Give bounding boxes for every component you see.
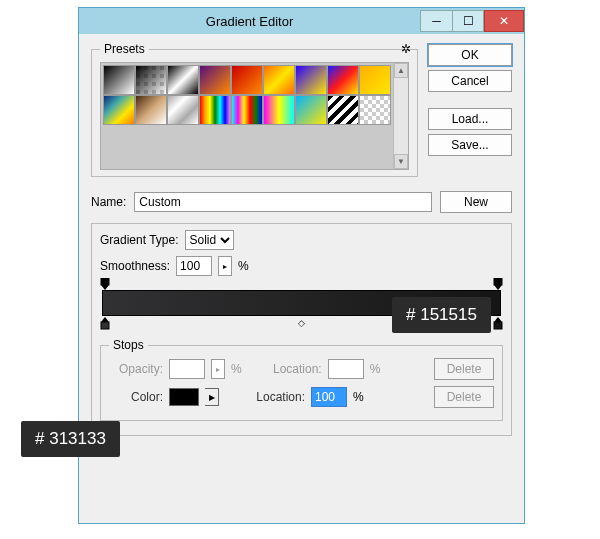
presets-fieldset: Presets ✲: [91, 42, 418, 177]
tooltip-left-stop: # 313133: [21, 421, 120, 457]
svg-rect-0: [101, 278, 109, 285]
preset-swatch[interactable]: [135, 65, 167, 95]
dialog-content: Presets ✲: [79, 34, 524, 456]
delete-color-button: Delete: [434, 386, 494, 408]
preset-swatch[interactable]: [327, 95, 359, 125]
preset-swatch[interactable]: [167, 95, 199, 125]
scroll-up-icon[interactable]: ▲: [394, 63, 408, 78]
smoothness-label: Smoothness:: [100, 259, 170, 273]
color-swatch[interactable]: [169, 388, 199, 406]
color-picker-button[interactable]: ▶: [205, 388, 219, 406]
svg-rect-7: [494, 322, 502, 329]
percent-label: %: [370, 362, 381, 376]
location-input-1: [328, 359, 364, 379]
location-label-1: Location:: [268, 362, 322, 376]
presets-legend: Presets: [100, 42, 149, 56]
location-label-2: Location:: [251, 390, 305, 404]
preset-swatch[interactable]: [167, 65, 199, 95]
load-button[interactable]: Load...: [428, 108, 512, 130]
minimize-button[interactable]: ─: [420, 10, 452, 32]
preset-swatch[interactable]: [327, 65, 359, 95]
preset-swatch[interactable]: [135, 95, 167, 125]
preset-swatch[interactable]: [295, 95, 327, 125]
svg-rect-2: [494, 278, 502, 285]
gear-icon[interactable]: ✲: [401, 42, 411, 56]
window-controls: ─ ☐ ✕: [420, 11, 524, 32]
presets-scrollbar[interactable]: ▲ ▼: [393, 63, 408, 169]
svg-marker-3: [494, 285, 502, 290]
percent-label: %: [238, 259, 249, 273]
gradient-editor-window: Gradient Editor ─ ☐ ✕ Presets ✲: [78, 7, 525, 524]
tooltip-right-stop: # 151515: [392, 297, 491, 333]
presets-scroll: ▲ ▼: [100, 62, 409, 170]
preset-swatch[interactable]: [231, 95, 263, 125]
stops-fieldset: Stops Opacity: ▸ % Location: % Delete Co…: [100, 338, 503, 421]
name-label: Name:: [91, 195, 126, 209]
preset-swatch[interactable]: [295, 65, 327, 95]
opacity-stop-right[interactable]: [493, 278, 503, 290]
ok-button[interactable]: OK: [428, 44, 512, 66]
midpoint-icon[interactable]: ◇: [298, 318, 305, 328]
color-stop-right[interactable]: [493, 317, 503, 329]
close-button[interactable]: ✕: [484, 10, 524, 32]
preset-swatch[interactable]: [359, 65, 391, 95]
preset-swatch[interactable]: [103, 95, 135, 125]
preset-grid: [101, 63, 393, 169]
gradient-type-select[interactable]: Solid: [185, 230, 234, 250]
delete-opacity-button: Delete: [434, 358, 494, 380]
scroll-track[interactable]: [394, 78, 408, 154]
preset-swatch[interactable]: [359, 95, 391, 125]
button-column: OK Cancel Load... Save...: [428, 42, 512, 185]
opacity-label: Opacity:: [109, 362, 163, 376]
new-button[interactable]: New: [440, 191, 512, 213]
svg-marker-4: [101, 317, 109, 322]
location-input-2[interactable]: [311, 387, 347, 407]
preset-swatch[interactable]: [263, 65, 295, 95]
stops-legend: Stops: [109, 338, 148, 352]
cancel-button[interactable]: Cancel: [428, 70, 512, 92]
preset-swatch[interactable]: [231, 65, 263, 95]
scroll-down-icon[interactable]: ▼: [394, 154, 408, 169]
svg-rect-5: [101, 322, 109, 329]
preset-swatch[interactable]: [199, 65, 231, 95]
percent-label: %: [353, 390, 364, 404]
smoothness-input[interactable]: [176, 256, 212, 276]
svg-marker-6: [494, 317, 502, 322]
opacity-stepper: ▸: [211, 359, 225, 379]
color-stop-left[interactable]: [100, 317, 110, 329]
opacity-input: [169, 359, 205, 379]
svg-marker-1: [101, 285, 109, 290]
name-row: Name: New: [91, 191, 512, 213]
name-input[interactable]: [134, 192, 432, 212]
percent-label: %: [231, 362, 242, 376]
maximize-button[interactable]: ☐: [452, 10, 484, 32]
titlebar[interactable]: Gradient Editor ─ ☐ ✕: [79, 8, 524, 34]
save-button[interactable]: Save...: [428, 134, 512, 156]
preset-swatch[interactable]: [263, 95, 295, 125]
window-title: Gradient Editor: [79, 14, 420, 29]
preset-swatch[interactable]: [199, 95, 231, 125]
opacity-stop-left[interactable]: [100, 278, 110, 290]
gradient-type-label: Gradient Type:: [100, 233, 179, 247]
smoothness-stepper[interactable]: ▸: [218, 256, 232, 276]
color-label: Color:: [109, 390, 163, 404]
preset-swatch[interactable]: [103, 65, 135, 95]
